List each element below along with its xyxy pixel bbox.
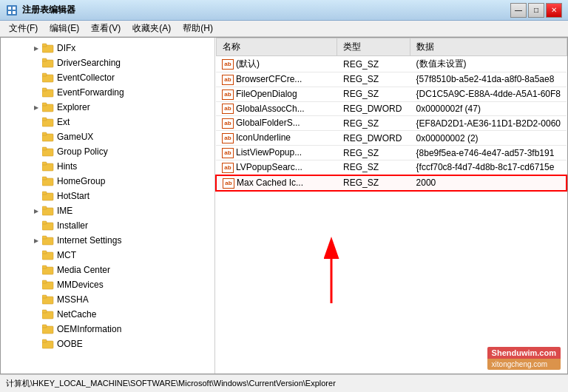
folder-icon <box>42 58 54 68</box>
tree-item[interactable]: OEMInformation <box>1 322 214 337</box>
tree-item[interactable]: Media Center <box>1 263 214 277</box>
folder-icon <box>42 280 54 290</box>
reg-data-cell: {57f8510b-a5e2-41da-a8f0-8a5ae8 <box>410 72 567 87</box>
registry-path: 计算机\HKEY_LOCAL_MACHINE\SOFTWARE\Microsof… <box>6 378 336 389</box>
tree-item-label: Hints <box>57 161 77 172</box>
reg-value-icon: ab <box>222 148 234 158</box>
tree-item[interactable]: Hints <box>1 159 214 174</box>
tree-item-label: Media Center <box>57 265 110 275</box>
svg-rect-38 <box>42 280 47 283</box>
table-row[interactable]: abGlobalAssocCh...REG_DWORD0x0000002f (4… <box>216 101 567 116</box>
reg-name-cell: abBrowserCFCre... <box>216 72 337 87</box>
tree-item-label: OOBE <box>57 339 83 349</box>
tree-item[interactable]: HotStart <box>1 189 214 203</box>
table-row[interactable]: abMax Cached Ic...REG_SZ2000 <box>216 175 567 191</box>
tree-item[interactable]: ▶ IME <box>1 203 214 218</box>
close-button[interactable]: ✕ <box>546 3 562 18</box>
tree-panel[interactable]: ▶ DIFx DriverSearching EventCollector Ev… <box>1 38 215 374</box>
svg-rect-6 <box>42 44 47 47</box>
menu-favorites[interactable]: 收藏夹(A) <box>126 21 177 36</box>
col-header-name[interactable]: 名称 <box>216 38 337 56</box>
expand-arrow-icon <box>30 72 42 84</box>
svg-rect-34 <box>42 251 47 254</box>
tree-item[interactable]: NetCache <box>1 307 214 322</box>
table-row[interactable]: abListViewPopup...REG_SZ{8be9f5ea-e746-4… <box>216 146 567 160</box>
svg-rect-8 <box>42 58 47 61</box>
svg-rect-40 <box>42 295 47 298</box>
svg-rect-30 <box>42 221 47 224</box>
tree-item-label: HotStart <box>57 191 89 201</box>
folder-icon <box>42 132 54 142</box>
tree-item-label: GameUX <box>57 132 93 142</box>
tree-item[interactable]: MSSHA <box>1 292 214 307</box>
folder-icon <box>42 161 54 172</box>
reg-type-cell: REG_SZ <box>337 56 410 72</box>
tree-item[interactable]: DriverSearching <box>1 55 214 70</box>
tree-item-label: MSSHA <box>57 294 89 305</box>
table-row[interactable]: abFileOpenDialogREG_SZ{DC1C5A9C-E88A-4dd… <box>216 87 567 101</box>
expand-arrow-icon <box>30 87 42 98</box>
tree-item-label: OEMInformation <box>57 324 121 334</box>
tree-item-label: MMDevices <box>57 280 104 290</box>
tree-item[interactable]: MMDevices <box>1 277 214 292</box>
col-header-type[interactable]: 类型 <box>337 38 410 56</box>
expand-arrow-icon <box>30 175 42 187</box>
tree-item[interactable]: Group Policy <box>1 144 214 159</box>
svg-rect-10 <box>42 73 47 76</box>
expand-arrow-icon <box>30 160 42 172</box>
menu-edit[interactable]: 编辑(E) <box>44 21 85 36</box>
folder-icon <box>42 235 54 246</box>
svg-rect-32 <box>42 236 47 239</box>
menu-help[interactable]: 帮助(H) <box>177 21 219 36</box>
tree-item-label: NetCache <box>57 309 96 320</box>
table-row[interactable]: ab(默认)REG_SZ(数值未设置) <box>216 56 567 72</box>
tree-item-label: Internet Settings <box>57 235 121 246</box>
menu-file[interactable]: 文件(F) <box>3 21 44 36</box>
watermark: Shenduwim.com xitongcheng.com <box>487 347 561 370</box>
restore-button[interactable]: □ <box>528 3 544 18</box>
tree-item[interactable]: HomeGroup <box>1 174 214 189</box>
folder-icon <box>42 146 54 157</box>
tree-item[interactable]: ▶ Explorer <box>1 100 214 115</box>
folder-icon <box>42 206 54 216</box>
tree-item[interactable]: ▶ DIFx <box>1 41 214 55</box>
reg-type-cell: REG_DWORD <box>337 101 410 116</box>
tree-item[interactable]: EventForwarding <box>1 85 214 100</box>
folder-icon <box>42 102 54 112</box>
table-row[interactable]: abIconUnderlineREG_DWORD0x00000002 (2) <box>216 131 567 146</box>
expand-arrow-icon <box>30 249 42 261</box>
registry-table: 名称 类型 数据 ab(默认)REG_SZ(数值未设置)abBrowserCFC… <box>215 38 567 192</box>
tree-item[interactable]: EventCollector <box>1 70 214 85</box>
reg-value-icon: ab <box>222 59 234 70</box>
tree-item-label: HomeGroup <box>57 176 105 186</box>
reg-name-cell: abLVPopupSearc... <box>216 160 337 175</box>
reg-data-cell: 0x00000002 (2) <box>410 131 567 146</box>
tree-item-label: EventForwarding <box>57 87 124 98</box>
folder-icon <box>42 43 54 53</box>
expand-arrow-icon <box>30 338 42 350</box>
menu-view[interactable]: 查看(V) <box>85 21 126 36</box>
reg-type-cell: REG_SZ <box>337 146 410 160</box>
watermark-alt: xitongcheng.com <box>487 359 561 370</box>
folder-icon <box>42 250 54 260</box>
reg-data-cell: (数值未设置) <box>410 56 567 72</box>
svg-rect-4 <box>13 11 16 14</box>
tree-item[interactable]: Installer <box>1 218 214 233</box>
svg-rect-22 <box>42 162 47 165</box>
folder-icon <box>42 309 54 320</box>
table-row[interactable]: abBrowserCFCre...REG_SZ{57f8510b-a5e2-41… <box>216 72 567 87</box>
tree-item[interactable]: OOBE <box>1 337 214 351</box>
table-row[interactable]: abLVPopupSearc...REG_SZ{fccf70c8-f4d7-4d… <box>216 160 567 175</box>
registry-values-panel[interactable]: 名称 类型 数据 ab(默认)REG_SZ(数值未设置)abBrowserCFC… <box>215 38 567 374</box>
reg-data-cell: 2000 <box>410 175 567 191</box>
tree-item[interactable]: MCT <box>1 248 214 263</box>
expand-arrow-icon <box>30 190 42 202</box>
table-row[interactable]: abGlobalFolderS...REG_SZ{EF8AD2D1-AE36-1… <box>216 116 567 131</box>
tree-item[interactable]: GameUX <box>1 129 214 144</box>
minimize-button[interactable]: — <box>510 3 527 18</box>
col-header-data[interactable]: 数据 <box>410 38 567 56</box>
tree-item[interactable]: Ext <box>1 115 214 129</box>
folder-icon <box>42 72 54 83</box>
svg-rect-24 <box>42 177 47 180</box>
tree-item[interactable]: ▶ Internet Settings <box>1 233 214 248</box>
